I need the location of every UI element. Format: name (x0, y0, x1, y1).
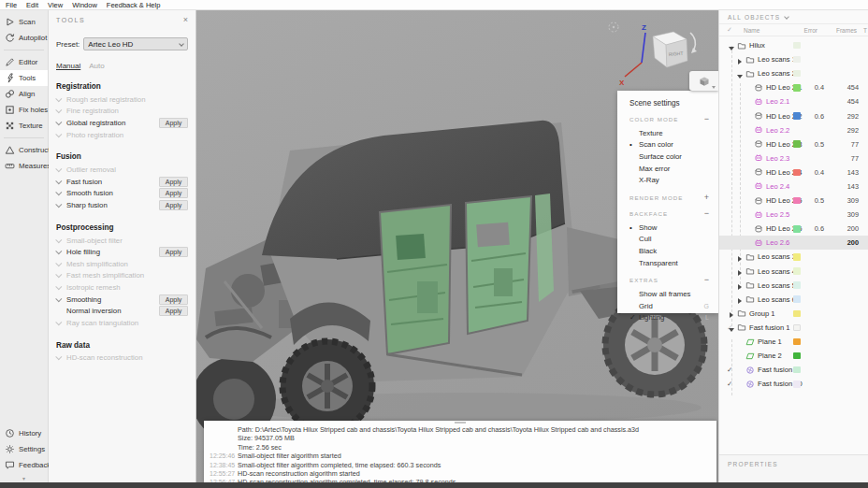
menu-item-window[interactable]: Window (72, 1, 97, 9)
auto-link[interactable]: Auto (89, 62, 104, 70)
sidebar-item-fix-holes[interactable]: Fix holes (0, 102, 48, 118)
tools-item-photo-registration[interactable]: Photo registration (56, 129, 188, 141)
sidebar-item-tools[interactable]: Tools (0, 70, 48, 86)
tree-row-hd-leo-2.2[interactable]: HD Leo 2.20.6292 (719, 108, 868, 122)
scene-option-transparent[interactable]: Transparent (629, 257, 711, 269)
color-swatch[interactable] (793, 140, 801, 148)
collapse-icon[interactable]: − (704, 276, 709, 284)
color-swatch[interactable] (793, 380, 801, 388)
color-swatch[interactable] (793, 295, 801, 303)
color-swatch[interactable] (793, 56, 801, 64)
all-objects-header[interactable]: ALL OBJECTS (719, 10, 868, 24)
scene-section-header[interactable]: EXTRAS− (629, 276, 711, 284)
tree-row-fast-fusion-7[interactable]: ✓Fast fusion 7 (719, 363, 868, 377)
color-swatch[interactable] (793, 42, 801, 50)
sidebar-item-measures[interactable]: Measures (0, 158, 48, 174)
tools-item-global-registration[interactable]: Global registrationApply (56, 117, 188, 129)
color-swatch[interactable] (793, 197, 801, 205)
manual-link[interactable]: Manual (56, 62, 80, 70)
navigation-cube[interactable]: Z RIGHT X (600, 14, 698, 91)
collapse-arrow[interactable] (736, 65, 744, 82)
tools-item-normal-inversion[interactable]: Normal inversionApply (56, 305, 188, 317)
scene-option-grid[interactable]: GridG (629, 300, 711, 312)
scene-option-scan-color[interactable]: •Scan color (629, 139, 711, 151)
tree-row-leo-2.4[interactable]: Leo 2.4143 (719, 179, 868, 194)
tools-item-rough-serial-registration[interactable]: Rough serial registration (56, 93, 188, 106)
visibility-checkmark[interactable]: ✓ (727, 366, 732, 374)
tools-item-outlier-removal[interactable]: Outlier removal (56, 164, 188, 176)
expand-icon[interactable]: + (704, 194, 709, 202)
scene-option-texture[interactable]: Texture (629, 127, 711, 139)
color-swatch[interactable] (793, 338, 801, 346)
scene-option-cull[interactable]: Cull (629, 234, 711, 246)
visibility-checkmark[interactable]: ✓ (727, 380, 732, 388)
preset-select[interactable]: Artec Leo HD (83, 37, 188, 50)
apply-button[interactable]: Apply (159, 200, 188, 210)
color-swatch[interactable] (793, 112, 801, 120)
tree-row-hd-leo-2.5[interactable]: HD Leo 2.50.5309 (719, 194, 868, 208)
sidebar-collapse-caret[interactable]: ▾ (0, 473, 48, 482)
color-swatch[interactable] (793, 253, 801, 261)
tree-row-hd-leo-2.6[interactable]: HD Leo 2.60.6200 (719, 222, 868, 236)
tools-item-smoothing[interactable]: SmoothingApply (56, 294, 188, 306)
tree-row-leo-2.5[interactable]: Leo 2.5309 (719, 208, 868, 222)
color-swatch[interactable] (793, 352, 801, 360)
color-swatch[interactable] (793, 366, 801, 374)
color-swatch[interactable] (793, 281, 801, 289)
collapse-arrow[interactable] (728, 38, 735, 54)
tools-item-fast-mesh-simplification[interactable]: Fast mesh simplification (56, 270, 188, 282)
apply-button[interactable]: Apply (159, 177, 188, 187)
collapse-arrow[interactable] (728, 319, 735, 336)
tools-item-ray-scan-triangulation[interactable]: Ray scan triangulation (56, 317, 188, 329)
apply-button[interactable]: Apply (159, 247, 188, 257)
color-swatch[interactable] (793, 225, 801, 233)
apply-button[interactable]: Apply (159, 188, 188, 198)
tree-row-plane-1[interactable]: Plane 1 (719, 335, 868, 349)
sidebar-item-align[interactable]: Align (0, 86, 48, 102)
collapse-icon[interactable]: − (704, 209, 709, 218)
scene-option-lighting[interactable]: ✓LightingL (629, 312, 711, 324)
color-swatch[interactable] (793, 267, 801, 275)
scene-option-x-ray[interactable]: X-Ray (629, 174, 711, 186)
tree-row-leo-2.3[interactable]: Leo 2.377 (719, 151, 868, 165)
sidebar-item-autopilot[interactable]: Autopilot (0, 30, 48, 46)
color-swatch[interactable] (793, 70, 801, 78)
tree-row-hd-leo-2.3[interactable]: HD Leo 2.30.577 (719, 137, 868, 151)
menu-item-view[interactable]: View (48, 1, 63, 9)
scene-section-header[interactable]: RENDER MODE+ (629, 194, 711, 202)
tree-row-plane-2[interactable]: Plane 2 (719, 349, 868, 363)
color-swatch[interactable] (793, 324, 801, 332)
properties-header[interactable]: PROPERTIES (719, 455, 868, 467)
apply-button[interactable]: Apply (159, 306, 188, 316)
close-icon[interactable]: × (183, 16, 188, 24)
tree-row-fast-fusion-1[interactable]: ✓Fast fusion 1 (719, 321, 868, 335)
log-resize-handle[interactable] (455, 422, 466, 423)
scene-option-surface-color[interactable]: Surface color (629, 151, 711, 163)
scene-settings-button[interactable] (689, 71, 718, 91)
scene-section-header[interactable]: COLOR MODE− (629, 115, 711, 123)
tree-row-leo-scans-2[interactable]: Leo scans 2 (719, 66, 868, 80)
color-swatch[interactable] (793, 310, 801, 318)
sidebar-item-feedback[interactable]: Feedback (0, 457, 48, 473)
color-swatch[interactable] (793, 169, 801, 177)
tools-item-small-object-filter[interactable]: Small-object filter (56, 235, 188, 247)
scene-option-show-all-frames[interactable]: Show all frames (629, 288, 711, 300)
apply-button[interactable]: Apply (159, 118, 188, 128)
3d-viewport[interactable]: Z RIGHT X Scene settings COLOR MODE−Text… (196, 10, 718, 482)
tools-item-mesh-simplification[interactable]: Mesh simplification (56, 258, 188, 270)
sidebar-item-construct[interactable]: Construct (0, 142, 48, 158)
sidebar-item-editor[interactable]: Editor (0, 54, 48, 70)
sidebar-item-history[interactable]: History (0, 425, 48, 441)
sidebar-item-texture[interactable]: Texture (0, 118, 48, 134)
sidebar-item-settings[interactable]: Settings (0, 441, 48, 457)
tools-item-fine-registration[interactable]: Fine registration (56, 106, 188, 118)
menu-item-feedback-help[interactable]: Feedback & Help (107, 1, 161, 9)
menu-item-file[interactable]: File (6, 1, 17, 9)
tools-item-hd-scan-reconstruction[interactable]: HD-scan reconstruction (56, 352, 188, 365)
scene-section-header[interactable]: BACKFACE− (629, 209, 711, 218)
tools-item-smooth-fusion[interactable]: Smooth fusionApply (56, 188, 188, 200)
apply-button[interactable]: Apply (159, 294, 188, 305)
menu-item-edit[interactable]: Edit (26, 1, 38, 9)
tools-item-fast-fusion[interactable]: Fast fusionApply (56, 176, 188, 188)
scene-option-black[interactable]: Black (629, 245, 711, 257)
